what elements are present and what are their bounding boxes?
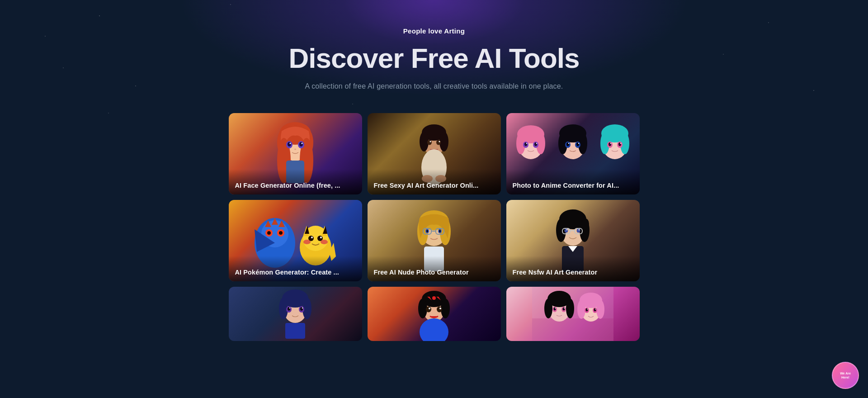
page-description: A collection of free AI generation tools…	[289, 82, 580, 90]
tool-card-9[interactable]	[506, 287, 640, 341]
card-overlay-7	[229, 287, 362, 341]
card-label-5: Free AI Nude Photo Generator	[368, 256, 501, 281]
tool-card-6[interactable]: Free Nsfw AI Art Generator	[506, 200, 640, 281]
card-overlay-9	[506, 287, 640, 341]
subtitle-brand: Arting	[444, 27, 465, 35]
tool-card-3[interactable]: Photo to Anime Converter for AI...	[506, 113, 640, 194]
tool-card-8[interactable]	[368, 287, 501, 341]
subtitle-line: People love Arting	[289, 27, 580, 35]
widget-text: We AreHere!	[840, 371, 851, 379]
page-container: People love Arting Discover Free AI Tool…	[0, 0, 868, 341]
tools-grid: AI Face Generator Online (free, ...	[229, 113, 640, 341]
card-label-3: Photo to Anime Converter for AI...	[506, 169, 640, 194]
card-label-4: AI Pokémon Generator: Create ...	[229, 256, 362, 281]
card-label-1: AI Face Generator Online (free, ...	[229, 169, 362, 194]
header-section: People love Arting Discover Free AI Tool…	[289, 27, 580, 90]
subtitle-prefix: People love	[403, 27, 444, 35]
card-overlay-8	[368, 287, 501, 341]
card-label-6: Free Nsfw AI Art Generator	[506, 256, 640, 281]
tool-card-4[interactable]: AI Pokémon Generator: Create ...	[229, 200, 362, 281]
tool-card-2[interactable]: Free Sexy AI Art Generator Onli...	[368, 113, 501, 194]
tool-card-5[interactable]: Free AI Nude Photo Generator	[368, 200, 501, 281]
page-title: Discover Free AI Tools	[289, 42, 580, 74]
chat-widget[interactable]: We AreHere!	[832, 362, 859, 389]
tool-card-1[interactable]: AI Face Generator Online (free, ...	[229, 113, 362, 194]
tool-card-7[interactable]	[229, 287, 362, 341]
card-label-2: Free Sexy AI Art Generator Onli...	[368, 169, 501, 194]
